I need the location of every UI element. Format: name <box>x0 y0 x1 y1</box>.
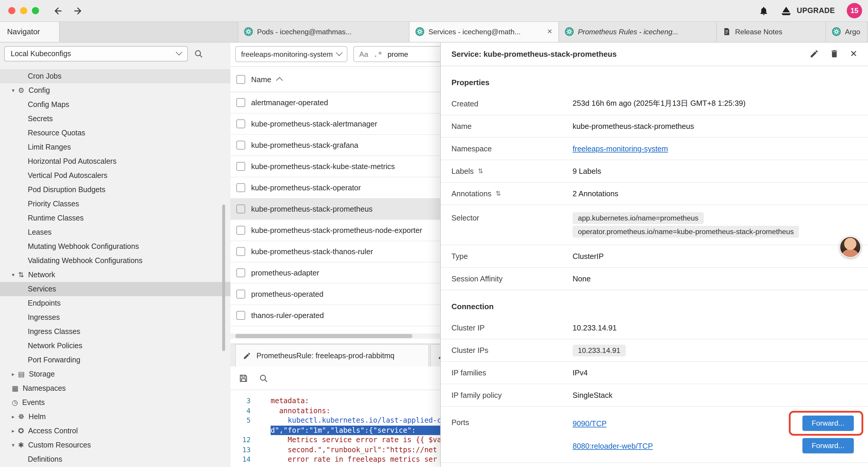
sidebar-item[interactable]: Network Policies <box>0 339 230 353</box>
row-checkbox[interactable] <box>236 290 245 298</box>
tab-pods[interactable]: Pods - icecheng@mathmas... <box>238 21 409 42</box>
row-checkbox[interactable] <box>236 226 245 235</box>
expand-annotations-icon[interactable]: ⇅ <box>495 190 501 198</box>
tree-chevron-icon[interactable]: ▸ <box>12 371 14 377</box>
row-checkbox[interactable] <box>236 205 245 213</box>
close-panel-icon[interactable]: ✕ <box>850 49 857 59</box>
port-link-9090[interactable]: 9090/TCP <box>572 419 607 428</box>
line-number: 4 <box>230 406 251 415</box>
tree-chevron-icon[interactable]: ▾ <box>12 272 14 278</box>
editor-search-icon[interactable] <box>259 373 268 383</box>
upgrade-button[interactable]: UPGRADE <box>781 5 835 16</box>
sidebar-item[interactable]: ◷ Events <box>0 396 230 410</box>
namespace-link[interactable]: freeleaps-monitoring-system <box>572 144 668 153</box>
tab-label: Release Notes <box>735 28 782 36</box>
row-checkbox[interactable] <box>236 119 245 128</box>
tree-chevron-icon[interactable]: ▸ <box>12 428 14 434</box>
sidebar-item[interactable]: Priority Classes <box>0 197 230 211</box>
tab-argo[interactable]: Argo Se <box>826 21 868 42</box>
sidebar-item[interactable]: ▸ ▤ Storage <box>0 367 230 381</box>
row-checkbox[interactable] <box>236 183 245 192</box>
match-case-toggle[interactable]: Aa <box>359 50 368 58</box>
row-checkbox[interactable] <box>236 141 245 150</box>
annotations-value: 2 Annotations <box>572 189 857 198</box>
cluster-ip-value: 10.233.14.91 <box>572 323 857 332</box>
notifications-bell-icon[interactable] <box>759 6 769 16</box>
session-affinity-value: None <box>572 274 857 283</box>
kubeconfig-selector[interactable]: Local Kubeconfigs <box>4 46 188 61</box>
sidebar-item[interactable]: Ingresses <box>0 310 230 324</box>
name-column-header[interactable]: Name <box>251 75 271 84</box>
forward-button[interactable]: Forward... <box>802 415 854 431</box>
tab-services-active[interactable]: Services - icecheng@math... ✕ <box>409 21 559 42</box>
namespace-filter-dropdown[interactable]: freeleaps-monitoring-system <box>235 46 347 62</box>
tree-item-icon: ✪ <box>18 427 24 435</box>
sidebar-item[interactable]: ▾ ✱ Custom Resources <box>0 438 230 452</box>
edit-pencil-icon[interactable] <box>810 49 819 59</box>
sidebar-item[interactable]: Ingress Classes <box>0 324 230 339</box>
sidebar-item[interactable]: Config Maps <box>0 97 230 112</box>
sidebar-scrollbar[interactable] <box>222 205 225 351</box>
sidebar-item[interactable]: Cron Jobs <box>0 69 230 83</box>
delete-trash-icon[interactable] <box>830 49 839 59</box>
close-window-button[interactable] <box>8 7 16 14</box>
back-arrow-icon[interactable] <box>53 6 63 16</box>
sidebar-item[interactable]: Endpoints <box>0 296 230 310</box>
dock-tab-prometheusrule[interactable]: PrometheusRule: freeleaps-prod-rabbitmq <box>235 344 429 367</box>
sidebar-item-label: Leases <box>28 228 52 236</box>
tree-item-icon: ▤ <box>18 370 25 378</box>
sidebar-item[interactable]: Horizontal Pod Autoscalers <box>0 154 230 169</box>
forward-button[interactable]: Forward... <box>802 438 854 454</box>
sidebar-item[interactable]: Secrets <box>0 112 230 126</box>
save-icon[interactable] <box>239 373 248 383</box>
sidebar-item[interactable]: Leases <box>0 225 230 239</box>
sidebar-item[interactable]: Resource Quotas <box>0 126 230 140</box>
regex-toggle[interactable]: .* <box>373 50 382 58</box>
tab-spacer <box>60 21 238 42</box>
tab-release-notes[interactable]: Release Notes <box>717 21 826 42</box>
select-all-checkbox[interactable] <box>236 75 245 84</box>
sidebar-item[interactable]: Vertical Pod Autoscalers <box>0 169 230 183</box>
row-checkbox[interactable] <box>236 98 245 107</box>
row-checkbox[interactable] <box>236 311 245 320</box>
sidebar-item[interactable]: ▾ ⇅ Network <box>0 268 230 282</box>
list-search-input[interactable]: Aa .* prome <box>353 46 454 62</box>
sidebar-item[interactable]: Pod Disruption Budgets <box>0 183 230 197</box>
scrollbar-thumb[interactable] <box>235 334 412 338</box>
sidebar-item[interactable]: Runtime Classes <box>0 211 230 225</box>
tree-chevron-icon[interactable]: ▾ <box>12 87 14 93</box>
forward-arrow-icon[interactable] <box>73 6 83 16</box>
expand-labels-icon[interactable]: ⇅ <box>478 167 483 175</box>
detail-row-ip-families: IP families IPv4 <box>441 362 868 384</box>
tree-chevron-icon[interactable]: ▾ <box>12 442 14 448</box>
user-avatar[interactable] <box>840 236 861 258</box>
sidebar-search-icon[interactable] <box>194 49 203 59</box>
tab-prometheus-rules[interactable]: Prometheus Rules - icecheng... <box>559 21 717 42</box>
zoom-window-button[interactable] <box>32 7 39 14</box>
sidebar-item[interactable]: Definitions <box>0 452 230 466</box>
row-checkbox[interactable] <box>236 268 245 277</box>
document-icon <box>723 27 731 36</box>
sidebar-item-label: Helm <box>29 413 46 421</box>
sidebar-item[interactable]: ▦ Namespaces <box>0 381 230 396</box>
sidebar-item[interactable]: Mutating Webhook Configurations <box>0 239 230 254</box>
sort-ascending-icon[interactable] <box>276 77 283 84</box>
port-link-8080[interactable]: 8080:reloader-web/TCP <box>572 441 653 450</box>
sidebar-item-label: Limit Ranges <box>28 143 71 151</box>
sidebar-item-label: Custom Resources <box>28 441 91 449</box>
sidebar-item[interactable]: ▸ ☸ Helm <box>0 410 230 424</box>
row-checkbox[interactable] <box>236 247 245 256</box>
row-checkbox[interactable] <box>236 162 245 171</box>
sidebar-item[interactable]: Validating Webhook Configurations <box>0 254 230 268</box>
sidebar-item[interactable]: Limit Ranges <box>0 140 230 154</box>
tree-chevron-icon[interactable]: ▸ <box>12 414 14 420</box>
created-label: Created <box>452 99 572 108</box>
tab-close-icon[interactable]: ✕ <box>542 28 553 35</box>
sidebar-item[interactable]: Port Forwarding <box>0 353 230 367</box>
notification-count-badge[interactable]: 15 <box>847 3 862 18</box>
sidebar-item[interactable]: ▾ ⚙ Config <box>0 83 230 97</box>
detail-row-selector: Selector app.kubernetes.io/name=promethe… <box>441 205 868 245</box>
sidebar-item[interactable]: ▸ ✪ Access Control <box>0 424 230 438</box>
minimize-window-button[interactable] <box>20 7 27 14</box>
sidebar-item[interactable]: Services <box>0 282 230 296</box>
